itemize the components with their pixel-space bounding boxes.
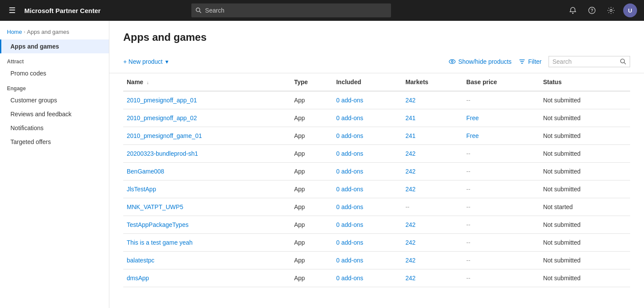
markets-link[interactable]: 242 [405, 186, 415, 193]
col-name[interactable]: Name ↓ [123, 73, 291, 91]
cell-name: 2010_pmesignoff_app_01 [123, 91, 291, 109]
markets-link[interactable]: 242 [405, 239, 415, 246]
new-product-label: + New product [123, 58, 163, 65]
products-table-container: Name ↓ Type Included Markets Base price … [109, 73, 644, 287]
svg-point-11 [621, 59, 624, 63]
product-name-link[interactable]: 2010_pmesignoff_game_01 [127, 132, 202, 139]
table-row: 20200323-bundleprod-sh1 App 0 add-ons 24… [123, 145, 630, 163]
cell-name: This is a test game yeah [123, 234, 291, 252]
sidebar-item-reviews-feedback[interactable]: Reviews and feedback [0, 107, 109, 121]
cell-included: 0 add-ons [333, 163, 402, 180]
cell-type: App [291, 145, 333, 163]
svg-point-5 [610, 10, 612, 12]
product-name-link[interactable]: 20200323-bundleprod-sh1 [127, 150, 198, 157]
table-row: 2010_pmesignoff_app_02 App 0 add-ons 241… [123, 109, 630, 127]
breadcrumb-separator: › [24, 29, 25, 34]
markets-link[interactable]: 242 [405, 97, 415, 104]
product-name-link[interactable]: This is a test game yeah [127, 239, 193, 246]
breadcrumb-home[interactable]: Home [7, 29, 22, 35]
sidebar-item-apps-and-games[interactable]: Apps and games [0, 39, 109, 53]
search-icon [196, 7, 201, 13]
cell-type: App [291, 234, 333, 252]
cell-base-price: -- [463, 198, 540, 216]
cell-type: App [291, 198, 333, 216]
sidebar-item-customer-groups[interactable]: Customer groups [0, 93, 109, 107]
markets-link[interactable]: 242 [405, 221, 415, 228]
cell-status: Not submitted [539, 252, 630, 269]
cell-name: BenGame008 [123, 163, 291, 180]
table-row: 2010_pmesignoff_app_01 App 0 add-ons 242… [123, 91, 630, 109]
cell-name: TestAppPackageTypes [123, 216, 291, 234]
hamburger-icon[interactable]: ☰ [7, 4, 17, 17]
included-link[interactable]: 0 add-ons [336, 115, 363, 121]
help-icon[interactable]: ? [585, 3, 599, 17]
markets-link[interactable]: 242 [405, 257, 415, 264]
included-link[interactable]: 0 add-ons [336, 186, 363, 193]
cell-base-price: -- [463, 252, 540, 269]
page-layout: Home › Apps and games Apps and games Att… [0, 21, 644, 308]
new-product-button[interactable]: + New product ▾ [123, 56, 168, 68]
cell-markets: 242 [402, 234, 463, 252]
price-link[interactable]: Free [467, 132, 479, 139]
product-name-link[interactable]: TestAppPackageTypes [127, 221, 188, 228]
app-title: Microsoft Partner Center [24, 7, 101, 14]
settings-icon[interactable] [604, 3, 618, 17]
markets-link[interactable]: 241 [405, 132, 415, 139]
sidebar-item-notifications[interactable]: Notifications [0, 121, 109, 135]
avatar[interactable]: U [623, 3, 637, 17]
included-link[interactable]: 0 add-ons [336, 257, 363, 264]
col-base-price: Base price [463, 73, 540, 91]
cell-name: 2010_pmesignoff_game_01 [123, 127, 291, 145]
filter-button[interactable]: Filter [519, 58, 542, 65]
product-name-link[interactable]: balatestpc [127, 257, 154, 264]
markets-link[interactable]: 241 [405, 115, 415, 121]
cell-status: Not submitted [539, 145, 630, 163]
product-name-link[interactable]: BenGame008 [127, 168, 164, 175]
cell-type: App [291, 109, 333, 127]
product-name-link[interactable]: JlsTestApp [127, 186, 156, 193]
product-search-box[interactable] [549, 56, 630, 67]
included-link[interactable]: 0 add-ons [336, 97, 363, 104]
included-link[interactable]: 0 add-ons [336, 203, 363, 210]
included-link[interactable]: 0 add-ons [336, 221, 363, 228]
global-search-box[interactable] [191, 3, 391, 17]
included-link[interactable]: 0 add-ons [336, 132, 363, 139]
sort-icon: ↓ [147, 80, 149, 85]
product-name-link[interactable]: 2010_pmesignoff_app_02 [127, 115, 197, 121]
sidebar-item-targeted-offers[interactable]: Targeted offers [0, 135, 109, 149]
show-hide-products-button[interactable]: Show/hide products [449, 58, 512, 65]
included-link[interactable]: 0 add-ons [336, 150, 363, 157]
cell-base-price: -- [463, 91, 540, 109]
cell-markets: 242 [402, 145, 463, 163]
global-search-input[interactable] [205, 7, 387, 14]
notification-bell-icon[interactable] [566, 3, 580, 17]
included-link[interactable]: 0 add-ons [336, 239, 363, 246]
cell-base-price: -- [463, 145, 540, 163]
table-row: 2010_pmesignoff_game_01 App 0 add-ons 24… [123, 127, 630, 145]
product-search-input[interactable] [552, 58, 618, 65]
cell-included: 0 add-ons [333, 127, 402, 145]
cell-markets: 242 [402, 269, 463, 287]
product-name-link[interactable]: 2010_pmesignoff_app_01 [127, 97, 197, 104]
markets-link[interactable]: 242 [405, 150, 415, 157]
product-name-link[interactable]: MNK_VATPT_UWP5 [127, 203, 183, 210]
cell-status: Not submitted [539, 109, 630, 127]
cell-base-price: -- [463, 216, 540, 234]
product-name-link[interactable]: dmsApp [127, 275, 149, 282]
breadcrumb-current: Apps and games [27, 29, 69, 35]
svg-line-12 [624, 62, 626, 64]
markets-link[interactable]: 242 [405, 168, 415, 175]
sidebar-section-engage: Engage [0, 80, 109, 93]
topnav: ☰ Microsoft Partner Center ? U [0, 0, 644, 21]
sidebar-item-promo-codes[interactable]: Promo codes [0, 66, 109, 80]
markets-link[interactable]: 242 [405, 275, 415, 282]
price-link[interactable]: Free [467, 115, 479, 121]
cell-base-price: -- [463, 180, 540, 198]
svg-text:?: ? [591, 8, 593, 13]
included-link[interactable]: 0 add-ons [336, 168, 363, 175]
included-link[interactable]: 0 add-ons [336, 275, 363, 282]
cell-type: App [291, 180, 333, 198]
svg-point-7 [451, 61, 453, 62]
cell-status: Not submitted [539, 91, 630, 109]
cell-markets: 241 [402, 109, 463, 127]
